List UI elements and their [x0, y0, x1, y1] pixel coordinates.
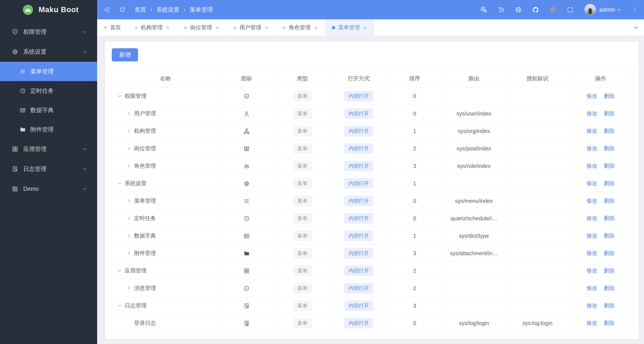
modify-link[interactable]: 修改: [586, 198, 598, 204]
menu-fold-icon[interactable]: [104, 7, 111, 13]
row-expand-icon[interactable]: [126, 146, 132, 151]
delete-link[interactable]: 删除: [604, 163, 615, 169]
add-button[interactable]: 新增: [112, 48, 138, 61]
breadcrumb-system[interactable]: 系统设置: [156, 6, 180, 14]
modify-link[interactable]: 修改: [586, 163, 598, 169]
delete-link[interactable]: 删除: [604, 268, 615, 274]
tab[interactable]: 机构管理: [128, 19, 177, 36]
translate-icon[interactable]: [480, 7, 487, 13]
route-value: sys/dict/type: [442, 227, 506, 245]
delete-link[interactable]: 删除: [604, 285, 615, 291]
delete-link[interactable]: 删除: [604, 128, 615, 134]
delete-link[interactable]: 删除: [604, 145, 615, 151]
row-expand-icon[interactable]: [126, 129, 132, 133]
sidebar-item-data-dict[interactable]: 数据字典: [0, 100, 97, 120]
refresh-icon[interactable]: [119, 7, 126, 13]
breadcrumb-separator-icon: [149, 7, 154, 12]
sidebar-item-scheduled-tasks[interactable]: 定时任务: [0, 81, 97, 100]
tab-close-icon[interactable]: [314, 25, 318, 30]
row-expand-icon[interactable]: [117, 268, 122, 273]
tab-close-icon[interactable]: [215, 25, 220, 30]
tab[interactable]: 菜单管理: [325, 19, 374, 36]
github-icon[interactable]: [532, 7, 539, 13]
username[interactable]: admin: [599, 7, 615, 13]
tab[interactable]: 角色管理: [276, 19, 325, 36]
avatar[interactable]: [584, 4, 596, 16]
row-expand-icon[interactable]: [126, 233, 132, 238]
tabs-dropdown-button[interactable]: [628, 19, 644, 36]
modify-link[interactable]: 修改: [586, 233, 598, 239]
menu-name: 登录日志: [134, 319, 156, 327]
delete-link[interactable]: 删除: [604, 180, 615, 186]
route-value: [442, 262, 506, 280]
breadcrumb-home[interactable]: 首页: [134, 6, 146, 14]
table-row: 定时任务 菜单 内部打开 0 quartz/schedule/i… 修改删除: [112, 210, 632, 227]
row-expand-icon[interactable]: [117, 303, 122, 308]
sidebar-item-menu-mgmt[interactable]: 菜单管理: [0, 62, 97, 81]
delete-link[interactable]: 删除: [604, 198, 615, 204]
sidebar-item-label: 数据字典: [30, 106, 54, 114]
row-expand-icon[interactable]: [117, 94, 122, 99]
modify-link[interactable]: 修改: [586, 302, 598, 308]
page-content: 新增 名称 图标 类型 打开方式 排序 路由 授权标识 操作: [97, 36, 644, 344]
table-row: 用户管理 菜单 内部打开 0 sys/user/index 修改删除: [112, 105, 632, 122]
modify-link[interactable]: 修改: [586, 285, 598, 291]
delete-link[interactable]: 删除: [604, 250, 615, 256]
modify-link[interactable]: 修改: [586, 145, 598, 151]
tab-label: 菜单管理: [338, 24, 360, 31]
sidebar-item-demo[interactable]: Demo: [0, 179, 97, 199]
gitee-icon[interactable]: [550, 7, 556, 13]
row-expand-icon[interactable]: [126, 286, 132, 291]
tab-label: 用户管理: [240, 24, 261, 31]
kebab-menu-icon[interactable]: [632, 7, 638, 13]
delete-link[interactable]: 删除: [604, 110, 615, 116]
sort-value: 0: [387, 88, 442, 105]
modify-link[interactable]: 修改: [586, 180, 598, 186]
row-expand-icon[interactable]: [126, 251, 132, 256]
route-value: sys/menu/index: [442, 192, 506, 210]
delete-link[interactable]: 删除: [604, 233, 615, 239]
tab-close-icon[interactable]: [166, 25, 170, 30]
tab[interactable]: 用户管理: [226, 19, 276, 36]
tab-close-icon[interactable]: [264, 25, 269, 30]
modify-link[interactable]: 修改: [586, 110, 598, 116]
menu-name: 用户管理: [134, 110, 156, 117]
row-expand-icon[interactable]: [126, 163, 132, 168]
modify-link[interactable]: 修改: [586, 128, 598, 134]
row-expand-icon[interactable]: [126, 216, 132, 221]
font-size-icon[interactable]: [498, 7, 504, 13]
tab-dot: [184, 26, 187, 29]
modify-link[interactable]: 修改: [586, 250, 598, 256]
open-mode-badge: 内部打开: [344, 248, 373, 258]
row-expand-icon[interactable]: [117, 181, 122, 186]
tab-close-icon[interactable]: [363, 25, 368, 30]
breadcrumb-separator-icon: [182, 7, 187, 12]
modify-link[interactable]: 修改: [586, 320, 598, 326]
gear-icon: [244, 181, 250, 187]
sidebar-item-apps[interactable]: 应用管理: [0, 139, 97, 159]
modify-link[interactable]: 修改: [586, 268, 598, 274]
fullscreen-icon[interactable]: [567, 7, 574, 13]
row-expand-icon[interactable]: [126, 199, 132, 203]
column-header-open: 打开方式: [330, 70, 387, 88]
delete-link[interactable]: 删除: [604, 93, 615, 99]
sort-value: 1: [387, 122, 442, 140]
modify-link[interactable]: 修改: [586, 215, 598, 221]
type-badge: 菜单: [293, 161, 312, 171]
row-expand-icon[interactable]: [126, 111, 132, 116]
chevron-down-icon[interactable]: [616, 7, 622, 12]
user-icon: [244, 111, 250, 117]
delete-link[interactable]: 删除: [604, 320, 615, 326]
delete-link[interactable]: 删除: [604, 215, 615, 221]
open-mode-badge: 内部打开: [344, 283, 373, 293]
tab[interactable]: 首页: [97, 19, 128, 36]
delete-link[interactable]: 删除: [604, 302, 615, 308]
sidebar-item-logs[interactable]: 日志管理: [0, 159, 97, 179]
modify-link[interactable]: 修改: [586, 93, 598, 99]
sidebar-item-system[interactable]: 系统设置: [0, 42, 97, 62]
tab-dot: [135, 26, 138, 29]
sidebar-item-permission[interactable]: 权限管理: [0, 22, 97, 42]
tab[interactable]: 岗位管理: [177, 19, 226, 36]
globe-icon[interactable]: [515, 7, 522, 13]
sidebar-item-attachments[interactable]: 附件管理: [0, 120, 97, 139]
